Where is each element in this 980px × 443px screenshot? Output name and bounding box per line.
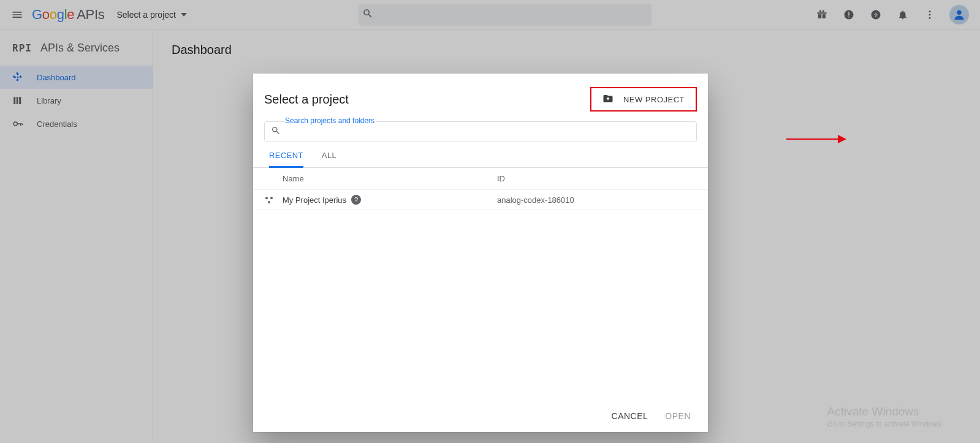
svg-point-18 (265, 197, 268, 199)
new-project-icon (602, 93, 613, 106)
project-row[interactable]: My Project Iperius ? analog-codex-186010 (253, 190, 708, 210)
project-name: My Project Iperius (283, 195, 346, 205)
search-icon (271, 126, 281, 138)
help-circle-icon[interactable]: ? (351, 195, 361, 205)
select-project-dialog: Select a project NEW PROJECT Search proj… (253, 74, 708, 432)
column-id: ID (497, 174, 505, 183)
projects-table-header: Name ID (253, 168, 708, 190)
open-button[interactable]: OPEN (665, 411, 691, 421)
new-project-button[interactable]: NEW PROJECT (590, 87, 697, 112)
dialog-search-input[interactable] (286, 127, 690, 137)
svg-point-20 (268, 201, 270, 203)
tab-recent[interactable]: RECENT (269, 151, 303, 168)
svg-point-19 (270, 197, 273, 199)
project-id: analog-codex-186010 (497, 195, 574, 205)
dialog-search-label: Search projects and folders (284, 116, 376, 125)
cancel-button[interactable]: CANCEL (612, 411, 648, 421)
tab-all[interactable]: ALL (322, 151, 336, 167)
column-name: Name (264, 174, 497, 183)
dialog-tabs: RECENT ALL (253, 142, 708, 168)
dialog-title: Select a project (264, 93, 349, 107)
new-project-label: NEW PROJECT (623, 95, 685, 104)
dialog-footer: CANCEL OPEN (253, 400, 708, 432)
project-icon (264, 195, 283, 205)
